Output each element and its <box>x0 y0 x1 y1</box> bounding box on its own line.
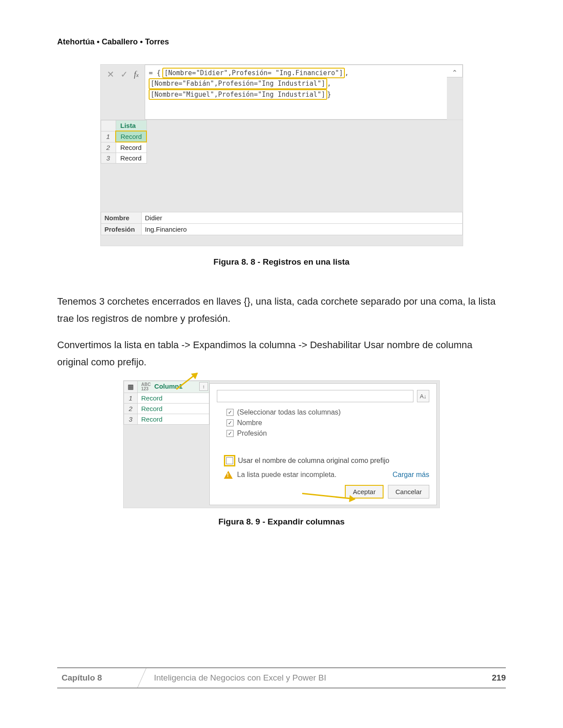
corner-cell <box>101 120 116 131</box>
warning-text: La lista puede estar incompleta. <box>237 471 336 479</box>
row-number: 1 <box>101 131 116 142</box>
detail-label: Profesión <box>101 224 141 235</box>
list-table: Lista 1Record 2Record 3Record <box>101 120 147 164</box>
figure-8-8-caption: Figura 8. 8 - Registros en una lista <box>57 257 506 267</box>
prefix-label: Usar el nombre de columna original como … <box>238 457 389 465</box>
cancel-button[interactable]: Cancelar <box>388 485 429 499</box>
list-cell[interactable]: Record <box>116 153 146 164</box>
checkbox-icon[interactable]: ✓ <box>227 409 234 416</box>
type-icon: ABC123 <box>141 382 151 391</box>
detail-value: Ing.Financiero <box>141 224 462 235</box>
formula-bar: ✕ ✓ fx = {[Nombre="Didier",Profesión= "I… <box>101 65 463 120</box>
row-number: 2 <box>124 404 138 414</box>
detail-label: Nombre <box>101 212 141 224</box>
record-detail: Nombre Didier Profesión Ing.Financiero <box>101 212 463 235</box>
load-more-link[interactable]: Cargar más <box>392 471 429 479</box>
fx-icon[interactable]: fx <box>134 70 139 79</box>
accept-icon[interactable]: ✓ <box>121 69 128 80</box>
checkbox-icon[interactable]: ✓ <box>227 430 234 437</box>
warning-icon <box>224 471 233 479</box>
checkbox-icon[interactable]: ✓ <box>227 419 234 426</box>
record-cell[interactable]: Record <box>138 404 209 414</box>
row-number: 3 <box>124 414 138 425</box>
row-number: 3 <box>101 153 116 164</box>
page-authors: Atehortúa • Caballero • Torres <box>57 37 506 47</box>
checkbox-nombre[interactable]: ✓ Nombre <box>227 419 429 427</box>
expand-dialog: A↓ ✓ (Seleccionar todas las columnas) ✓ … <box>209 383 437 505</box>
paragraph: Convertimos la lista en tabla -> Expandi… <box>57 337 506 371</box>
checkbox-profesion[interactable]: ✓ Profesión <box>227 430 429 437</box>
list-cell[interactable]: Record <box>116 131 146 142</box>
list-cell[interactable]: Record <box>116 142 146 153</box>
expand-caret-icon[interactable]: ⌃ <box>447 65 463 77</box>
page-number: 219 <box>471 673 506 683</box>
sort-icon[interactable]: A↓ <box>417 390 429 402</box>
page-footer: Capítulo 8 Inteligencia de Negocios con … <box>57 667 506 688</box>
chapter-label: Capítulo 8 <box>57 668 136 688</box>
record-cell[interactable]: Record <box>138 414 209 425</box>
record-cell[interactable]: Record <box>138 393 209 404</box>
figure-8-9: ▦ ABC123 Column1 ↕ 1Record 2Record 3Reco… <box>123 380 440 508</box>
book-title: Inteligencia de Negocios con Excel y Pow… <box>136 673 471 683</box>
figure-8-9-caption: Figura 8. 9 - Expandir columnas <box>57 517 506 527</box>
row-number: 1 <box>124 393 138 404</box>
column-table: ▦ ABC123 Column1 ↕ 1Record 2Record 3Reco… <box>124 381 209 425</box>
paragraph: Tenemos 3 corchetes encerrados en llaves… <box>57 293 506 327</box>
detail-value: Didier <box>141 212 462 224</box>
figure-8-8: ✕ ✓ fx = {[Nombre="Didier",Profesión= "I… <box>100 64 463 246</box>
list-header[interactable]: Lista <box>116 120 146 131</box>
checkbox-select-all[interactable]: ✓ (Seleccionar todas las columnas) <box>227 408 429 416</box>
column-header[interactable]: ABC123 Column1 ↕ <box>138 381 209 393</box>
row-number: 2 <box>101 142 116 153</box>
formula-text[interactable]: = {[Nombre="Didier",Profesión= "Ing.Fina… <box>145 65 446 120</box>
checkbox-prefix[interactable] <box>226 457 233 464</box>
cancel-icon[interactable]: ✕ <box>107 69 114 80</box>
expand-column-icon[interactable]: ↕ <box>199 382 208 391</box>
search-input[interactable] <box>217 390 413 402</box>
table-icon[interactable]: ▦ <box>124 381 138 393</box>
